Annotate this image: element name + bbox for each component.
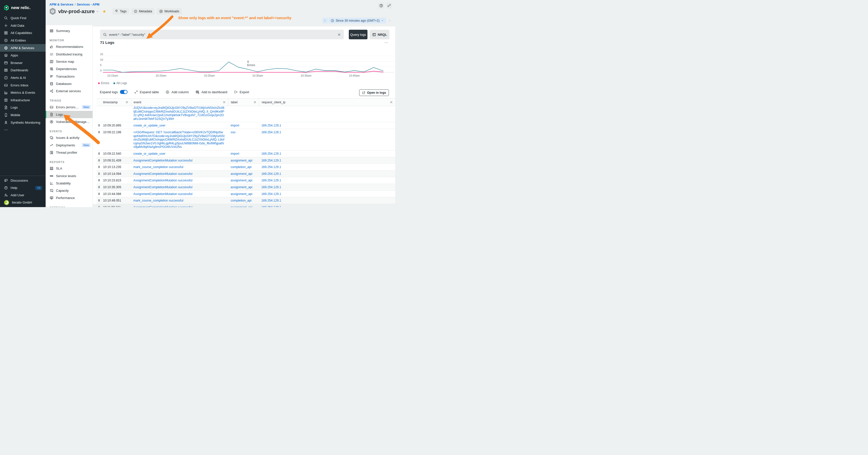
log-label-link[interactable]: import <box>230 152 239 156</box>
sidebar-item-synthetic-monitoring[interactable]: Synthetic Monitoring <box>0 119 45 126</box>
log-row[interactable]: JUQVU&code=eyJraWQiOiJjcGltY29yZV8wOTI1M… <box>96 106 395 122</box>
add-to-dashboard-control[interactable]: Add to dashboard <box>195 90 227 94</box>
subnav-item-distributed-tracing[interactable]: Distributed tracing <box>45 51 93 58</box>
subnav-item-performance[interactable]: Performance <box>45 194 93 201</box>
subnav-item-errors-errors-inb-[interactable]: Errors (errors inb...New <box>45 103 93 110</box>
subnav-item-transactions[interactable]: Transactions <box>45 72 93 80</box>
time-back-button[interactable] <box>322 18 328 24</box>
subnav-item-databases[interactable]: Databases <box>45 80 93 88</box>
log-event-link[interactable]: AssignmentCompletionMutation successful <box>133 178 192 182</box>
sidebar-item-add-data[interactable]: Add Data <box>0 22 45 30</box>
log-row[interactable]: 10:10:35.305AssignmentCompletionMutation… <box>96 184 395 191</box>
log-event-link[interactable]: AssignmentCompletionMutation successful <box>133 186 192 189</box>
log-ip-link[interactable]: 169.254.129.1 <box>261 130 281 134</box>
log-ip-link[interactable]: 169.254.129.1 <box>261 124 281 127</box>
sidebar-item-mobile[interactable]: Mobile <box>0 111 45 119</box>
log-ip-link[interactable]: 169.254.129.1 <box>261 172 281 175</box>
subnav-item-dependencies[interactable]: Dependencies <box>45 65 93 72</box>
open-in-logs-button[interactable]: Open in logs <box>359 90 389 96</box>
sidebar-item-alerts-ai[interactable]: Alerts & AI <box>0 74 45 82</box>
log-label-link[interactable]: assignment_api <box>230 172 252 175</box>
subnav-item-issues-activity[interactable]: Issues & activity <box>45 134 93 141</box>
column-header-label[interactable]: label <box>228 98 259 106</box>
entity-chevron-down-icon[interactable] <box>96 10 99 13</box>
log-event-link[interactable]: AssignmentCompletionMutation successful <box>133 192 192 196</box>
subnav-item-service-levels[interactable]: Service levels <box>45 172 93 180</box>
subnav-item-capacity[interactable]: Capacity <box>45 187 93 194</box>
log-row-marker-icon[interactable] <box>98 199 100 201</box>
subnav-item-scalability[interactable]: Scalability <box>45 180 93 187</box>
log-row-marker-icon[interactable] <box>98 159 100 162</box>
subnav-item-vulnerability-management[interactable]: Vulnerability Management <box>45 118 93 126</box>
log-row[interactable]: 10:10:44.066AssignmentCompletionMutation… <box>96 191 395 197</box>
log-row-marker-icon[interactable] <box>98 172 100 175</box>
permalink-button[interactable] <box>386 2 392 8</box>
log-event-link[interactable]: mark_course_completion successful <box>133 165 183 169</box>
legend-item-errors[interactable]: Errors <box>98 82 110 85</box>
legend-item-all-logs[interactable]: All Logs <box>114 82 127 85</box>
log-row[interactable]: 10:09:31.439AssignmentCompletionMutation… <box>96 157 395 164</box>
remove-column-icon[interactable] <box>253 100 256 104</box>
sidebar-item-iterativ-gmbh[interactable]: Iterativ GmbH <box>0 199 45 206</box>
sidebar-item-metrics-events[interactable]: Metrics & Events <box>0 89 45 97</box>
log-label-link[interactable]: completion_api <box>230 199 251 202</box>
sidebar-item-all-entities[interactable]: All Entities <box>0 37 45 44</box>
sidebar-item-errors-inbox[interactable]: Errors Inbox <box>0 82 45 89</box>
log-row[interactable]: 10:10:49.051mark_course_completion succe… <box>96 197 395 204</box>
log-label-link[interactable]: assignment_api <box>230 178 252 182</box>
subnav-item-summary[interactable]: Summary <box>45 27 93 34</box>
sidebar-item-dashboards[interactable]: Dashboards <box>0 66 45 74</box>
log-ip-link[interactable]: 169.254.129.1 <box>261 199 281 202</box>
expand-logs-toggle[interactable] <box>120 90 127 94</box>
sidebar-item-quick-find[interactable]: Quick Find <box>0 14 45 22</box>
clear-search-icon[interactable] <box>338 33 341 36</box>
metadata-button[interactable]: Metadata <box>131 8 155 14</box>
log-row-marker-icon[interactable] <box>98 153 100 155</box>
expand-table-control[interactable]: Expand table <box>134 90 159 94</box>
log-event-link[interactable]: create_or_update_user <box>133 124 165 127</box>
log-ip-link[interactable]: 169.254.129.1 <box>261 186 281 189</box>
log-ip-link[interactable]: 169.254.129.1 <box>261 159 281 162</box>
subnav-item-service-map[interactable]: Service map <box>45 58 93 65</box>
more-options-icon[interactable] <box>384 41 388 44</box>
sidebar-item-browser[interactable]: Browser <box>0 59 45 67</box>
time-range-selector[interactable]: Since 30 minutes ago (GMT+2) <box>329 18 386 24</box>
log-ip-link[interactable]: 169.254.129.1 <box>261 165 281 169</box>
sidebar-item-all-capabilities[interactable]: All Capabilities <box>0 29 45 37</box>
log-row-marker-icon[interactable] <box>98 186 100 188</box>
workloads-button[interactable]: Workloads <box>157 8 182 14</box>
log-ip-link[interactable]: 169.254.129.1 <box>261 152 281 156</box>
breadcrumb-link[interactable]: Services - APM <box>77 3 99 6</box>
expand-logs-control[interactable]: Expand logs <box>100 90 127 94</box>
sidebar-item-more[interactable] <box>0 126 45 134</box>
log-ip-link[interactable]: 169.254.129.1 <box>261 178 281 182</box>
log-label-link[interactable]: assignment_api <box>230 205 252 207</box>
sidebar-item-help[interactable]: Help70 <box>0 184 45 192</box>
subnav-item-thread-profiler[interactable]: Thread profiler <box>45 149 93 156</box>
remove-column-icon[interactable] <box>222 100 226 104</box>
log-label-link[interactable]: completion_api <box>230 165 251 169</box>
log-event-link[interactable]: AssignmentCompletionMutation successful <box>133 159 192 162</box>
log-event-link[interactable]: mark_course_completion successful <box>133 199 183 202</box>
log-row[interactable]: 10:09:20.895create_or_update_userimport1… <box>96 122 395 129</box>
sidebar-item-add-user[interactable]: Add User <box>0 192 45 199</box>
subnav-item-deployments[interactable]: DeploymentsNew <box>45 141 93 149</box>
log-event-link[interactable]: <ASGIRequest: GET '/sso/callback/?state=… <box>133 130 224 149</box>
subnav-item-external-services[interactable]: External services <box>45 88 93 95</box>
log-row[interactable]: 10:09:22.540create_or_update_userimport1… <box>96 151 395 157</box>
sidebar-item-apm-services[interactable]: APM & Services <box>0 44 45 52</box>
log-event-link[interactable]: JUQVU&code=eyJraWQiOiJjcGltY29yZV8wOTI1M… <box>133 106 224 121</box>
sidebar-item-infrastructure[interactable]: Infrastructure <box>0 97 45 104</box>
log-row-marker-icon[interactable] <box>98 193 100 195</box>
subnav-item-logs[interactable]: Logs <box>45 111 93 118</box>
tags-button[interactable]: Tags <box>113 8 129 14</box>
sidebar-item-apps[interactable]: Apps <box>0 52 45 59</box>
favorite-star-icon[interactable]: ★ <box>102 9 106 13</box>
log-label-link[interactable]: sso <box>230 130 236 134</box>
breadcrumb-link[interactable]: APM & Services <box>50 3 73 6</box>
column-header-event[interactable]: event <box>131 98 228 106</box>
log-row-marker-icon[interactable] <box>98 124 100 127</box>
help-button[interactable] <box>378 2 384 8</box>
log-label-link[interactable]: assignment_api <box>230 159 252 162</box>
time-forward-button[interactable] <box>386 18 392 24</box>
